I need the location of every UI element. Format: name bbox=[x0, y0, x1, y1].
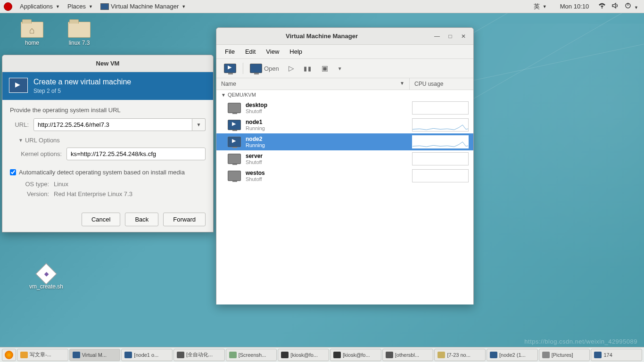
applications-menu[interactable]: Applications ▼ bbox=[16, 0, 64, 13]
column-cpu[interactable]: CPU usage bbox=[410, 78, 473, 90]
window-title: New VM bbox=[2, 60, 213, 67]
taskbar-item-label: [node2 (1... bbox=[499, 352, 526, 358]
triangle-down-icon: ▼ bbox=[221, 92, 226, 98]
create-vm-icon bbox=[9, 78, 28, 93]
shutdown-menu-button[interactable]: ▼ bbox=[335, 64, 345, 73]
desktop-icon-linux73[interactable]: linux 7.3 bbox=[60, 19, 98, 46]
kernel-options-input[interactable] bbox=[66, 148, 206, 160]
menu-file[interactable]: File bbox=[220, 47, 239, 57]
app-icon bbox=[124, 352, 132, 358]
vm-row[interactable]: desktopShutoff bbox=[216, 99, 473, 116]
ime-indicator[interactable]: 英 ▼ bbox=[530, 0, 551, 13]
taskbar-item[interactable]: [othersbl... bbox=[382, 349, 434, 361]
taskbar-item-label: [kiosk@fo... bbox=[290, 352, 318, 358]
taskbar-item[interactable]: [Screensh... bbox=[226, 349, 277, 361]
app-icon bbox=[281, 352, 289, 358]
titlebar[interactable]: New VM bbox=[2, 55, 213, 72]
minimize-button[interactable]: — bbox=[434, 33, 440, 40]
back-button[interactable]: Back bbox=[125, 213, 158, 226]
app-icon bbox=[333, 352, 341, 358]
vm-group-row[interactable]: ▼ QEMU/KVM bbox=[216, 90, 473, 99]
menu-view[interactable]: View bbox=[261, 47, 284, 57]
desktop-icon-script[interactable]: ◆ vm_create.sh bbox=[27, 266, 65, 290]
app-icon bbox=[177, 352, 184, 358]
watermark: https://blog.csdn.net/weixin_42995089 bbox=[524, 338, 637, 345]
taskbar-item[interactable]: [7-23 no... bbox=[434, 349, 486, 361]
desktop-icon-label: linux 7.3 bbox=[60, 40, 98, 46]
column-name[interactable]: Name ▼ bbox=[216, 78, 410, 90]
taskbar-item[interactable]: [node2 (1... bbox=[487, 349, 538, 361]
taskbar-item-label: [othersbl... bbox=[395, 352, 419, 358]
taskbar-item[interactable]: [Pictures] bbox=[539, 349, 590, 361]
taskbar-item[interactable]: [全自动化... bbox=[173, 349, 225, 361]
volume-icon[interactable] bbox=[611, 2, 619, 10]
close-button[interactable]: ✕ bbox=[460, 33, 467, 40]
active-app-label: Virtual Machine Manager bbox=[111, 3, 179, 10]
forward-button[interactable]: Forward bbox=[163, 213, 206, 226]
cpu-usage-graph bbox=[412, 101, 469, 115]
taskbar-item[interactable]: [kiosk@fo... bbox=[278, 349, 329, 361]
vmm-window: Virtual Machine Manager — □ ✕ File Edit … bbox=[216, 27, 474, 304]
taskbar-item[interactable]: Virtual M... bbox=[69, 349, 121, 361]
panel-rh-logo[interactable] bbox=[0, 0, 16, 13]
pause-button[interactable]: ▮▮ bbox=[301, 63, 315, 74]
open-button[interactable]: Open bbox=[247, 62, 282, 75]
run-button[interactable]: ▷ bbox=[286, 62, 297, 74]
new-vm-button[interactable] bbox=[221, 62, 239, 75]
url-dropdown-button[interactable]: ▼ bbox=[192, 118, 206, 131]
desktop-icon-home[interactable]: home bbox=[13, 19, 51, 46]
app-icon bbox=[438, 352, 445, 358]
chevron-down-icon: ▼ bbox=[197, 122, 201, 127]
applications-label: Applications bbox=[20, 3, 53, 10]
places-label: Places bbox=[67, 3, 86, 10]
vm-row[interactable]: node1Running bbox=[216, 116, 473, 133]
menubar: File Edit View Help bbox=[216, 45, 473, 59]
monitor-icon bbox=[228, 103, 241, 113]
url-options-label: URL Options bbox=[25, 137, 60, 144]
ostype-value: Linux bbox=[54, 181, 68, 188]
vm-name: node2 bbox=[246, 136, 407, 142]
vm-row[interactable]: westosShutoff bbox=[216, 167, 473, 184]
desktop-icon-label: home bbox=[13, 40, 51, 46]
cpu-usage-graph bbox=[412, 118, 469, 132]
stop-icon: ▣ bbox=[322, 64, 328, 73]
taskbar-item-label: 174 bbox=[603, 352, 612, 358]
clock[interactable]: Mon 10:10 bbox=[556, 0, 593, 13]
monitor-icon bbox=[228, 120, 241, 130]
taskbar-item[interactable]: 写文章-... bbox=[17, 349, 68, 361]
menu-edit[interactable]: Edit bbox=[240, 47, 260, 57]
taskbar-item-label: Virtual M... bbox=[82, 352, 107, 358]
app-icon bbox=[229, 352, 237, 358]
url-label: URL: bbox=[10, 121, 29, 128]
app-icon bbox=[490, 352, 497, 358]
vm-row[interactable]: serverShutoff bbox=[216, 150, 473, 167]
separator bbox=[243, 63, 243, 74]
cancel-button[interactable]: Cancel bbox=[82, 213, 120, 226]
maximize-button[interactable]: □ bbox=[447, 33, 454, 40]
vm-group-label: QEMU/KVM bbox=[228, 92, 256, 98]
autodetect-checkbox[interactable] bbox=[10, 169, 16, 175]
prompt-text: Provide the operating system install URL bbox=[10, 107, 206, 114]
taskbar-item[interactable]: 174 bbox=[591, 349, 642, 361]
taskbar-item[interactable]: [kiosk@fo... bbox=[330, 349, 381, 361]
vm-row[interactable]: node2Running bbox=[216, 133, 473, 150]
vmm-icon bbox=[100, 3, 109, 10]
vm-status: Running bbox=[246, 142, 407, 148]
places-menu[interactable]: Places ▼ bbox=[64, 0, 97, 13]
open-label: Open bbox=[264, 65, 279, 72]
taskbar-firefox[interactable] bbox=[2, 349, 16, 361]
taskbar-item-label: [7-23 no... bbox=[447, 352, 471, 358]
active-app-menu[interactable]: Virtual Machine Manager ▼ bbox=[97, 0, 190, 13]
menu-help[interactable]: Help bbox=[285, 47, 307, 57]
chevron-down-icon: ▼ bbox=[182, 4, 186, 9]
folder-icon bbox=[21, 22, 43, 38]
column-headers: Name ▼ CPU usage bbox=[216, 78, 473, 90]
wifi-icon[interactable] bbox=[598, 2, 606, 10]
cpu-usage-graph bbox=[412, 152, 469, 165]
power-icon[interactable]: ▼ bbox=[625, 2, 638, 10]
url-options-expander[interactable]: ▼ URL Options bbox=[18, 137, 206, 144]
titlebar[interactable]: Virtual Machine Manager — □ ✕ bbox=[216, 28, 473, 45]
shutdown-button[interactable]: ▣ bbox=[319, 62, 331, 74]
url-input[interactable] bbox=[33, 118, 192, 131]
taskbar-item[interactable]: [node1 o... bbox=[121, 349, 173, 361]
